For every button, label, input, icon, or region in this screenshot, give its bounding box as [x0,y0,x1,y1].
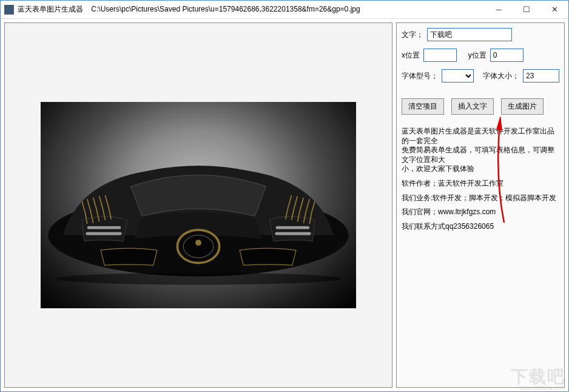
xpos-label: x位置 [402,50,420,61]
ypos-label: y位置 [468,50,487,61]
text-label: 文字； [402,30,423,40]
info-line3: 小，欢迎大家下载体验 [402,164,474,173]
info-line2: 免费简易表单生成器，可填写表格信息，可调整文字位置和大 [402,146,554,164]
generate-image-button[interactable]: 生成图片 [501,98,544,115]
fontsize-label: 字体大小； [483,71,519,81]
info-line1: 蓝天表单图片生成器是蓝天软件开发工作室出品的一套完全 [402,127,554,145]
file-path: C:\Users\pc\Pictures\Saved Pictures\u=15… [91,5,360,13]
svg-point-9 [274,193,289,202]
text-input[interactable] [427,28,512,41]
svg-point-8 [108,193,123,202]
app-name: 蓝天表单图片生成器 [18,5,83,13]
titlebar: 蓝天表单图片生成器 C:\Users\pc\Pictures\Saved Pic… [1,1,568,19]
ypos-input[interactable] [490,49,524,62]
titlebar-text: 蓝天表单图片生成器 C:\Users\pc\Pictures\Saved Pic… [18,4,485,15]
font-label: 字体型号； [402,71,438,81]
fontsize-input[interactable] [523,69,559,83]
image-panel [4,22,392,388]
minimize-button[interactable]: ─ [485,1,513,18]
car-image [41,102,356,308]
info-text: 蓝天表单图片生成器是蓝天软件开发工作室出品的一套完全 免费简易表单生成器，可填写… [402,127,559,236]
info-website: 我们官网；www.ltrjkfgzs.com [402,208,559,217]
controls-panel: 文字； x位置 y位置 字体型号； 字体大小； 清空项目 [396,22,565,388]
svg-rect-6 [276,226,310,229]
font-select[interactable] [442,69,474,83]
svg-rect-4 [87,226,121,229]
window-controls: ─ ☐ ✕ [485,1,568,18]
insert-text-button[interactable]: 插入文字 [451,98,494,115]
svg-point-3 [195,240,201,246]
clear-button[interactable]: 清空项目 [402,98,444,115]
svg-point-10 [56,272,341,285]
svg-point-2 [183,235,214,258]
svg-rect-7 [275,232,311,235]
image-preview [41,102,356,308]
app-icon [4,5,14,15]
info-business: 我们业务:软件开发；脚本开发；模拟器脚本开发 [402,194,559,203]
info-author: 软件作者；蓝天软件开发工作室 [402,179,559,189]
info-contact: 我们联系方式qq2356326065 [402,222,559,232]
xpos-input[interactable] [423,49,457,62]
maximize-button[interactable]: ☐ [513,1,540,18]
svg-rect-5 [86,232,121,235]
close-button[interactable]: ✕ [540,1,568,18]
